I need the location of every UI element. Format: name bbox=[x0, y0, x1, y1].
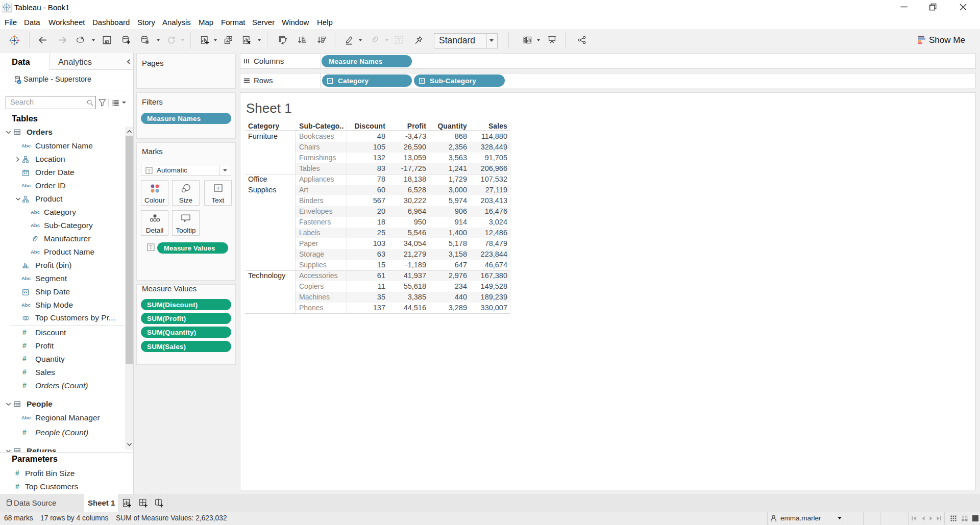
svg-text:T: T bbox=[148, 168, 151, 173]
svg-text:T: T bbox=[150, 245, 153, 250]
svg-text:T: T bbox=[216, 186, 220, 191]
svg-text:T: T bbox=[397, 37, 401, 43]
